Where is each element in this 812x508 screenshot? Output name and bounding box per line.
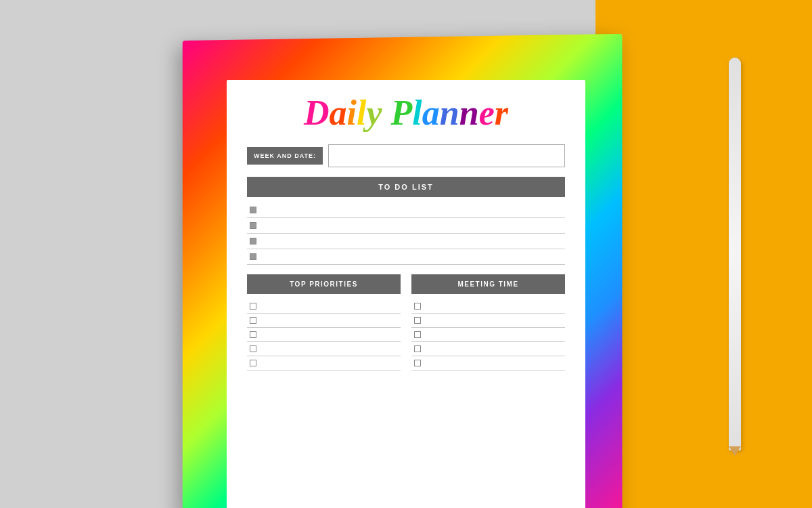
meeting-line-5	[426, 363, 562, 364]
priority-checkbox-3[interactable]	[250, 331, 256, 338]
todo-line-2	[262, 226, 562, 226]
background-right	[595, 0, 812, 508]
todo-header: TO DO LIST	[247, 177, 565, 197]
priority-item	[247, 314, 401, 328]
top-priorities-header: TOP PRIORITIES	[247, 274, 401, 294]
todo-checkbox-2[interactable]	[250, 222, 256, 229]
planner-card: Daily Planner WEEK AND DATE: TO DO LIST …	[227, 80, 585, 508]
priority-item	[247, 356, 401, 371]
priority-line-5	[262, 363, 398, 364]
priority-checkbox-4[interactable]	[250, 345, 256, 352]
todo-item	[247, 249, 565, 265]
meeting-line-1	[426, 306, 562, 307]
meeting-item	[411, 314, 565, 328]
meeting-time-header: MEETING TIME	[411, 274, 565, 294]
title-letter-n: n	[440, 93, 459, 132]
title-letter-e: e	[479, 93, 495, 132]
top-priorities-column: TOP PRIORITIES	[247, 274, 401, 371]
todo-line-3	[262, 241, 562, 242]
priority-line-1	[262, 306, 398, 307]
meeting-item	[411, 328, 565, 342]
week-date-row: WEEK AND DATE:	[247, 144, 565, 167]
meeting-item	[411, 342, 565, 356]
priority-item	[247, 342, 401, 356]
title-letter-D: D	[304, 93, 330, 132]
meeting-item	[411, 356, 565, 371]
meeting-time-column: MEETING TIME	[411, 274, 565, 371]
title-letter-l2: l	[412, 93, 422, 132]
bottom-columns: TOP PRIORITIES MEE	[247, 274, 565, 371]
meeting-checkbox-1[interactable]	[414, 303, 421, 310]
meeting-item	[411, 299, 565, 314]
title-letter-y: y	[366, 93, 382, 132]
meeting-line-4	[426, 349, 562, 350]
title-letter-i: i	[347, 93, 357, 132]
planner-title: Daily Planner	[247, 93, 565, 132]
todo-line-4	[262, 257, 562, 257]
meeting-checkbox-4[interactable]	[414, 345, 421, 352]
priority-item	[247, 328, 401, 342]
todo-checkbox-4[interactable]	[250, 253, 256, 260]
todo-checkbox-1[interactable]	[250, 207, 256, 213]
todo-item	[247, 218, 565, 234]
priority-checkbox-1[interactable]	[250, 303, 256, 310]
priority-line-2	[262, 320, 398, 321]
week-date-label: WEEK AND DATE:	[247, 147, 323, 165]
priority-checkbox-2[interactable]	[250, 317, 256, 324]
meeting-checkbox-2[interactable]	[414, 317, 421, 324]
todo-item	[247, 234, 565, 249]
todo-item	[247, 203, 565, 218]
title-letter-n2: n	[459, 93, 479, 132]
meeting-line-2	[426, 320, 562, 321]
title-letter-a: a	[330, 93, 347, 132]
title-letter-a2: a	[422, 93, 440, 132]
priority-line-4	[262, 349, 398, 350]
priority-checkbox-5[interactable]	[250, 360, 256, 366]
title-letter-r: r	[495, 93, 508, 132]
title-letter-P: P	[391, 93, 413, 132]
todo-list	[247, 203, 565, 265]
meeting-checkbox-5[interactable]	[414, 360, 421, 366]
meeting-line-3	[426, 335, 562, 335]
week-date-input[interactable]	[328, 144, 565, 167]
todo-checkbox-3[interactable]	[250, 238, 256, 245]
meeting-checkbox-3[interactable]	[414, 331, 421, 338]
pencil-decoration	[729, 58, 741, 450]
todo-line-1	[262, 210, 562, 211]
title-letter-l: l	[357, 93, 366, 132]
priority-line-3	[262, 335, 398, 335]
priority-item	[247, 299, 401, 314]
